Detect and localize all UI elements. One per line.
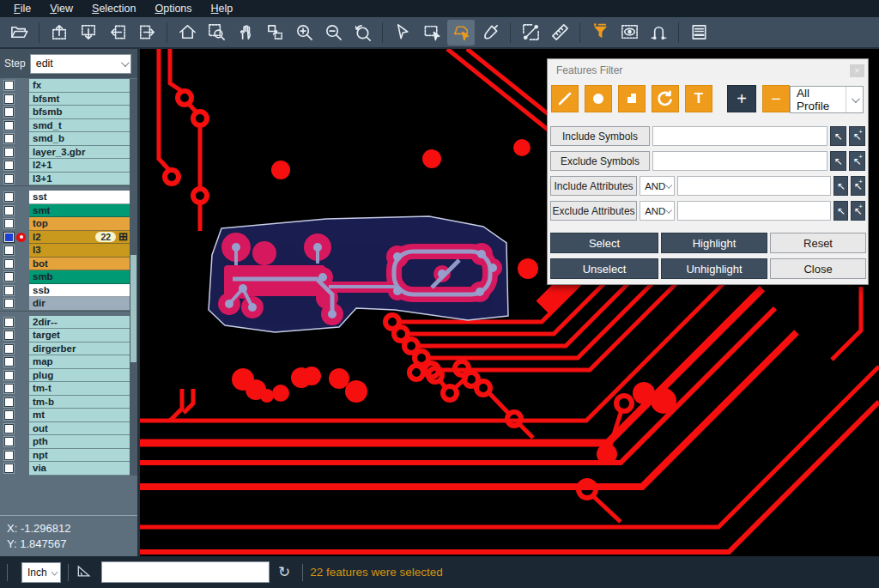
layer-row[interactable]: sst <box>0 191 130 204</box>
menu-view[interactable]: View <box>41 1 82 16</box>
layer-visibility-checkbox[interactable] <box>4 219 14 228</box>
exclude-attributes-button[interactable]: Exclude Attributes <box>550 201 637 221</box>
layer-visibility-checkbox[interactable] <box>4 424 14 433</box>
layer-visibility-checkbox[interactable] <box>4 397 14 407</box>
measure-distance-button[interactable] <box>517 20 544 45</box>
layer-visibility-checkbox[interactable] <box>4 174 14 184</box>
pad-tool-toggle[interactable] <box>585 85 612 112</box>
exclude-attributes-input[interactable] <box>677 201 831 221</box>
menu-file[interactable]: File <box>5 1 39 16</box>
layer-row[interactable]: fx <box>0 79 130 93</box>
layer-visibility-checkbox[interactable] <box>4 148 14 157</box>
close-button[interactable]: Close <box>770 258 866 279</box>
layer-row[interactable]: l2+1 <box>0 159 130 173</box>
move-left-button[interactable] <box>104 20 131 45</box>
reset-button[interactable]: Reset <box>770 233 866 253</box>
pick-arrow-add-button[interactable]: ↖+ <box>849 151 865 171</box>
view-window-button[interactable] <box>615 20 643 45</box>
pick-arrow-button[interactable]: ↖ <box>834 201 848 221</box>
layer-scrollbar[interactable] <box>130 79 137 476</box>
layer-visibility-checkbox[interactable] <box>4 437 14 446</box>
layer-visibility-checkbox[interactable] <box>4 344 14 354</box>
net-trace-button[interactable] <box>645 20 672 45</box>
layer-visibility-checkbox[interactable] <box>4 161 14 170</box>
layer-visibility-checkbox[interactable] <box>4 259 14 269</box>
layer-visibility-checkbox[interactable] <box>4 330 14 340</box>
grid-icon[interactable]: ⊞ <box>118 232 128 242</box>
zoom-shape-button[interactable] <box>261 20 288 45</box>
select-button[interactable]: Select <box>550 233 658 253</box>
layer-row[interactable]: smb <box>0 270 130 284</box>
zoom-in-button[interactable] <box>290 20 318 45</box>
layer-row[interactable]: l3+1 <box>0 173 130 186</box>
dialog-titlebar[interactable]: Features Filter × <box>548 59 868 82</box>
add-filter-button[interactable]: + <box>727 85 756 112</box>
layer-row[interactable]: map <box>0 355 130 369</box>
clear-brush-button[interactable] <box>476 20 504 45</box>
zoom-window-button[interactable] <box>203 20 230 45</box>
layer-visibility-checkbox[interactable] <box>4 246 14 255</box>
layer-row[interactable]: ssb <box>0 284 130 298</box>
layer-row[interactable]: bfsmt <box>0 93 130 106</box>
layer-row[interactable]: npt <box>0 449 130 463</box>
unit-select[interactable]: Inch <box>21 562 61 583</box>
layer-visibility-checkbox[interactable] <box>4 410 14 420</box>
layer-visibility-checkbox[interactable] <box>4 299 14 308</box>
zoom-previous-button[interactable] <box>349 20 376 45</box>
unhighlight-button[interactable]: Unhighlight <box>661 258 767 279</box>
layer-row[interactable]: tm-t <box>0 382 130 396</box>
layer-row[interactable]: mt <box>0 409 130 422</box>
exclude-attributes-operator-select[interactable]: AND <box>640 201 675 221</box>
polygon-select-button[interactable] <box>447 20 475 45</box>
profile-select[interactable]: All Profile <box>790 86 864 113</box>
layer-visibility-checkbox[interactable] <box>4 357 14 367</box>
layer-visibility-checkbox[interactable] <box>4 233 14 242</box>
layer-visibility-checkbox[interactable] <box>4 286 14 295</box>
layer-row[interactable]: dir <box>0 297 130 311</box>
surface-tool-toggle[interactable] <box>618 85 646 112</box>
layer-visibility-checkbox[interactable] <box>4 451 14 460</box>
scrollbar-thumb[interactable] <box>130 255 136 362</box>
layer-visibility-checkbox[interactable] <box>4 272 14 282</box>
move-right-button[interactable] <box>133 20 161 45</box>
exclude-symbols-input[interactable] <box>652 151 827 171</box>
move-down-button[interactable] <box>75 20 102 45</box>
menu-options[interactable]: Options <box>146 1 200 16</box>
layer-visibility-checkbox[interactable] <box>4 206 14 215</box>
layer-row[interactable]: via <box>0 462 130 476</box>
menu-selection[interactable]: Selection <box>83 1 144 16</box>
layer-visibility-checkbox[interactable] <box>4 121 14 130</box>
pick-arrow-add-button[interactable]: ↖+ <box>851 201 865 221</box>
layer-visibility-checkbox[interactable] <box>4 107 14 117</box>
close-icon[interactable]: × <box>850 64 864 77</box>
layer-row[interactable]: dirgerber <box>0 342 130 356</box>
layer-visibility-checkbox[interactable] <box>4 464 14 473</box>
layer-row[interactable]: 2dir-- <box>0 316 130 330</box>
move-up-button[interactable] <box>45 20 73 45</box>
rect-select-button[interactable] <box>418 20 446 45</box>
layer-row[interactable]: bfsmb <box>0 106 130 119</box>
pick-arrow-button[interactable]: ↖ <box>834 176 848 196</box>
zoom-out-button[interactable] <box>319 20 347 45</box>
menu-help[interactable]: Help <box>203 1 242 16</box>
layer-row[interactable]: pth <box>0 435 130 449</box>
layer-row[interactable]: l3 <box>0 244 130 258</box>
layer-row[interactable]: smt <box>0 204 130 218</box>
remove-filter-button[interactable]: − <box>762 85 790 112</box>
layer-visibility-checkbox[interactable] <box>4 192 14 202</box>
home-button[interactable] <box>173 20 201 45</box>
pick-arrow-button[interactable]: ↖ <box>830 151 846 171</box>
ruler-button[interactable] <box>546 20 573 45</box>
layer-visibility-checkbox[interactable] <box>4 94 14 104</box>
include-attributes-operator-select[interactable]: AND <box>640 176 675 196</box>
layer-row[interactable]: top <box>0 217 130 231</box>
layer-row[interactable]: target <box>0 329 130 342</box>
include-attributes-input[interactable] <box>677 176 831 196</box>
step-select[interactable]: edit <box>30 54 131 74</box>
arc-tool-toggle[interactable] <box>652 85 679 112</box>
layer-row[interactable]: smd_b <box>0 132 130 146</box>
layer-row[interactable]: out <box>0 422 130 436</box>
include-symbols-button[interactable]: Include Symbols <box>550 126 650 146</box>
pick-arrow-button[interactable]: ↖ <box>830 126 846 146</box>
layer-row[interactable]: plug <box>0 369 130 383</box>
